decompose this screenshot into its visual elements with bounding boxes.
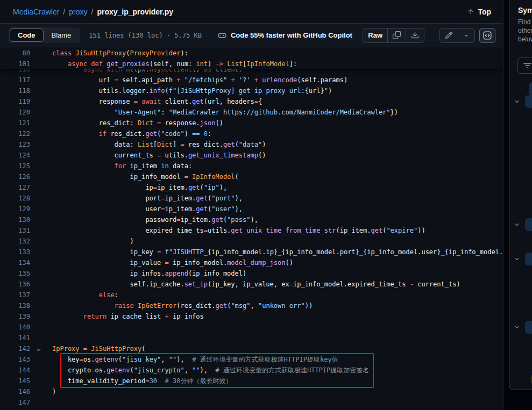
symbols-panel-title: Symbols: [518, 6, 532, 15]
code-text: ip_infos.append(ip_info_model): [52, 268, 246, 279]
code-line-122: 122 if res_dict.get("code") == 0:: [0, 128, 503, 139]
line-number[interactable]: 122: [0, 128, 30, 139]
line-number[interactable]: 140: [0, 322, 30, 333]
line-gutter: [30, 386, 52, 397]
line-number[interactable]: 138: [0, 300, 30, 311]
code-line-120: 120 "User-Agent": "MediaCrawler https://…: [0, 107, 503, 118]
line-number[interactable]: 119: [0, 96, 30, 107]
sticky-context-lines: 80class JiSuHttpProxy(ProxyProvider):101…: [0, 47, 503, 69]
chevron-down-icon[interactable]: [514, 98, 520, 105]
code-line-139: 139 return ip_cache_list + ip_infos: [0, 311, 503, 322]
line-number[interactable]: 131: [0, 225, 30, 236]
edit-dropdown-button[interactable]: [458, 28, 474, 42]
code-text: ): [52, 386, 56, 397]
line-number[interactable]: 125: [0, 161, 30, 171]
symbols-panel-toggle-button[interactable]: [479, 28, 495, 43]
line-gutter: [30, 354, 52, 365]
line-number[interactable]: 127: [0, 182, 30, 193]
line-number[interactable]: 128: [0, 193, 30, 204]
line-number[interactable]: 134: [0, 257, 30, 268]
line-number[interactable]: 118: [0, 85, 30, 96]
code-text: else:: [52, 290, 118, 300]
code-line-118: 118 utils.logger.info(f"[JiSuHttpProxy] …: [0, 85, 503, 96]
symbol-chip[interactable]: [525, 253, 532, 265]
caret-down-icon: [463, 32, 470, 39]
symbols-filter-input[interactable]: [517, 57, 532, 74]
line-number[interactable]: 136: [0, 279, 30, 290]
line-number[interactable]: 124: [0, 150, 30, 161]
line-gutter: [30, 161, 52, 171]
tab-code[interactable]: Code: [10, 28, 44, 42]
line-number[interactable]: 116: [0, 69, 30, 75]
line-number[interactable]: 142: [0, 343, 30, 354]
line-number[interactable]: 146: [0, 386, 30, 397]
line-number[interactable]: 80: [0, 48, 30, 59]
line-number[interactable]: 123: [0, 139, 30, 150]
symbol-list-item: [514, 218, 532, 231]
code-line-135: 135 ip_infos.append(ip_info_model): [0, 268, 503, 279]
breadcrumb-folder-link[interactable]: proxy: [69, 8, 87, 16]
code-text: async with httpx.AsyncClient() as client…: [52, 69, 243, 75]
line-gutter: [30, 257, 52, 268]
symbol-chip[interactable]: [525, 95, 532, 108]
line-number[interactable]: 121: [0, 118, 30, 128]
code-text: ip=ip_item.get("ip"),: [52, 182, 227, 193]
chevron-down-icon[interactable]: [514, 221, 520, 228]
breadcrumb-separator: /: [91, 8, 93, 16]
copilot-icon: [218, 31, 226, 40]
code-line-134: 134 ip_value = ip_info_model.model_dump_…: [0, 257, 503, 268]
line-number[interactable]: 120: [0, 107, 30, 118]
line-number[interactable]: 132: [0, 236, 30, 247]
line-number[interactable]: 144: [0, 365, 30, 376]
tab-blame[interactable]: Blame: [44, 28, 80, 42]
code-line-117: 117 url = self.api_path + "/fetchips" + …: [0, 75, 503, 85]
description-line: below: [518, 35, 532, 44]
line-gutter: [30, 279, 52, 290]
scroll-to-top-button[interactable]: Top: [467, 8, 491, 16]
code-text: async def get_proxies(self, num: int) ->…: [52, 59, 297, 69]
line-gutter: [30, 311, 52, 322]
line-number[interactable]: 126: [0, 171, 30, 182]
breadcrumb-repo-link[interactable]: MediaCrawler: [13, 8, 59, 16]
code-text: IpProxy = JiSuHttpProxy(: [52, 343, 145, 354]
line-number[interactable]: 133: [0, 247, 30, 257]
line-number[interactable]: 145: [0, 376, 30, 386]
symbol-list-item: [529, 82, 532, 95]
code-text: key=os.getenv("jisu_key", ""), # 通过环境变量的…: [52, 354, 338, 365]
file-meta-info: 151 lines (130 loc) · 5.75 KB: [89, 32, 202, 39]
line-number[interactable]: 129: [0, 204, 30, 214]
line-number[interactable]: 139: [0, 311, 30, 322]
symbol-chip[interactable]: [525, 321, 532, 334]
line-number[interactable]: 101: [0, 59, 30, 69]
symbol-chip[interactable]: [529, 82, 532, 95]
raw-actions-group: Raw: [363, 28, 424, 43]
line-gutter: [30, 150, 52, 161]
edit-button[interactable]: [440, 28, 458, 42]
line-gutter: [30, 290, 52, 300]
line-number[interactable]: 130: [0, 214, 30, 225]
line-number[interactable]: 143: [0, 354, 30, 365]
line-number[interactable]: 141: [0, 333, 30, 343]
code-text: url = self.api_path + "/fetchips" + '?' …: [52, 75, 347, 85]
code-text: "User-Agent": "MediaCrawler https://gith…: [52, 107, 398, 118]
chevron-down-icon[interactable]: [514, 324, 520, 330]
line-gutter: [30, 225, 52, 236]
line-number[interactable]: 137: [0, 290, 30, 300]
copilot-banner[interactable]: Code 55% faster with GitHub Copilot: [218, 31, 352, 40]
copy-icon: [393, 31, 401, 39]
breadcrumb-filename: proxy_ip_provider.py: [97, 8, 173, 16]
line-gutter: [30, 118, 52, 128]
raw-button[interactable]: Raw: [363, 28, 387, 42]
download-button[interactable]: [406, 28, 424, 42]
chevron-down-icon[interactable]: [514, 256, 520, 262]
copy-button[interactable]: [387, 28, 406, 42]
line-number[interactable]: 117: [0, 75, 30, 85]
code-text: class JiSuHttpProxy(ProxyProvider):: [52, 48, 188, 59]
code-line-133: 133 ip_key = f"JISUHTTP_{ip_info_model.i…: [0, 247, 503, 257]
code-line-143: 143 key=os.getenv("jisu_key", ""), # 通过环…: [0, 354, 503, 365]
arrow-up-icon: [467, 8, 474, 16]
line-number[interactable]: 135: [0, 268, 30, 279]
symbol-chip[interactable]: [525, 218, 532, 231]
line-gutter: [30, 376, 52, 386]
line-number[interactable]: 147: [0, 397, 30, 408]
